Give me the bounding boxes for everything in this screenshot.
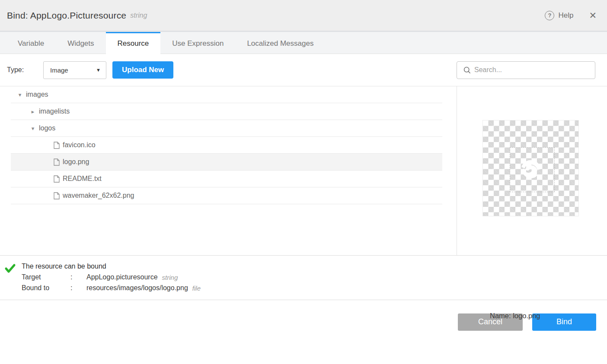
dialog-title-type: string bbox=[130, 12, 147, 19]
status-value: AppLogo.picturesource bbox=[86, 273, 158, 281]
tree-item-label: favicon.ico bbox=[63, 141, 96, 149]
tab-bar: Variable Widgets Resource Use Expression… bbox=[0, 32, 607, 54]
chevron-down-icon[interactable]: ▾ bbox=[28, 125, 38, 132]
status-value-type: string bbox=[162, 274, 178, 281]
tree-item-logos[interactable]: ▾ logos bbox=[11, 120, 442, 137]
status-lines: The resource can be bound Target : AppLo… bbox=[22, 261, 607, 300]
status-separator: : bbox=[70, 284, 86, 292]
bind-button[interactable]: Bind bbox=[532, 313, 596, 331]
tab-widgets[interactable]: Widgets bbox=[56, 32, 105, 54]
file-icon bbox=[52, 175, 61, 183]
tree-item-logo-png[interactable]: logo.png bbox=[11, 154, 442, 171]
dialog-titlebar: Bind: AppLogo.Picturesource string ? Hel… bbox=[0, 0, 607, 32]
type-label: Type: bbox=[7, 66, 43, 74]
image-preview bbox=[482, 120, 579, 216]
status-label: Bound to bbox=[22, 284, 70, 292]
tree-item-readme[interactable]: README.txt bbox=[11, 171, 442, 187]
tab-use-expression[interactable]: Use Expression bbox=[160, 32, 235, 54]
tree-item-label: logo.png bbox=[63, 158, 89, 166]
tree-item-label: imagelists bbox=[39, 108, 70, 115]
search-box[interactable] bbox=[457, 61, 595, 79]
help-button[interactable]: ? Help bbox=[545, 11, 573, 20]
file-tree: ▾ images ▸ imagelists ▾ logos favicon.ic… bbox=[11, 86, 442, 204]
search-icon bbox=[463, 66, 471, 74]
status-target-row: Target : AppLogo.picturesource string bbox=[22, 272, 607, 283]
tab-resource[interactable]: Resource bbox=[106, 32, 161, 54]
help-label: Help bbox=[558, 11, 573, 20]
success-check-icon bbox=[3, 261, 22, 300]
tree-item-imagelists[interactable]: ▸ imagelists bbox=[11, 103, 442, 120]
file-icon bbox=[52, 158, 61, 166]
file-icon bbox=[52, 142, 61, 149]
resource-toolbar: Type: Image ▼ Upload New bbox=[0, 54, 607, 86]
resource-browser: ▾ images ▸ imagelists ▾ logos favicon.ic… bbox=[0, 86, 607, 255]
file-icon bbox=[52, 192, 61, 199]
upload-new-button[interactable]: Upload New bbox=[112, 61, 173, 79]
logo-image bbox=[516, 153, 546, 184]
status-separator: : bbox=[70, 273, 86, 281]
preview-name: Name: logo.png bbox=[490, 312, 540, 320]
tree-item-label: logos bbox=[39, 124, 55, 132]
close-icon[interactable]: ✕ bbox=[589, 11, 597, 20]
status-value: resources/images/logos/logo.png bbox=[86, 284, 188, 292]
tree-item-images[interactable]: ▾ images bbox=[11, 86, 442, 103]
chevron-down-icon[interactable]: ▾ bbox=[15, 92, 25, 98]
preview-pane: Name: logo.png bbox=[457, 86, 607, 255]
titlebar-actions: ? Help ✕ bbox=[545, 11, 597, 20]
file-tree-pane: ▾ images ▸ imagelists ▾ logos favicon.ic… bbox=[0, 86, 457, 255]
status-label: Target bbox=[22, 273, 70, 281]
tree-item-label: README.txt bbox=[63, 175, 102, 183]
chevron-right-icon[interactable]: ▸ bbox=[28, 108, 38, 115]
dialog-footer: Cancel Bind bbox=[0, 300, 607, 364]
search-input[interactable] bbox=[474, 66, 590, 74]
tree-item-label: images bbox=[26, 91, 48, 98]
bind-dialog: Bind: AppLogo.Picturesource string ? Hel… bbox=[0, 0, 607, 364]
bind-status: The resource can be bound Target : AppLo… bbox=[0, 255, 607, 300]
type-select[interactable]: Image ▼ bbox=[43, 61, 106, 79]
type-select-value: Image bbox=[50, 66, 68, 74]
dialog-title: Bind: AppLogo.Picturesource bbox=[7, 10, 126, 21]
tree-item-favicon[interactable]: favicon.ico bbox=[11, 137, 442, 154]
tree-item-label: wavemaker_62x62.png bbox=[63, 192, 134, 199]
status-value-type: file bbox=[192, 285, 201, 292]
caret-down-icon: ▼ bbox=[96, 67, 101, 73]
status-message: The resource can be bound bbox=[22, 261, 607, 272]
status-boundto-row: Bound to : resources/images/logos/logo.p… bbox=[22, 283, 607, 294]
tab-variable[interactable]: Variable bbox=[6, 32, 56, 54]
help-icon: ? bbox=[545, 11, 554, 20]
tree-item-wavemaker-png[interactable]: wavemaker_62x62.png bbox=[11, 187, 442, 204]
tab-localized-messages[interactable]: Localized Messages bbox=[235, 32, 325, 54]
